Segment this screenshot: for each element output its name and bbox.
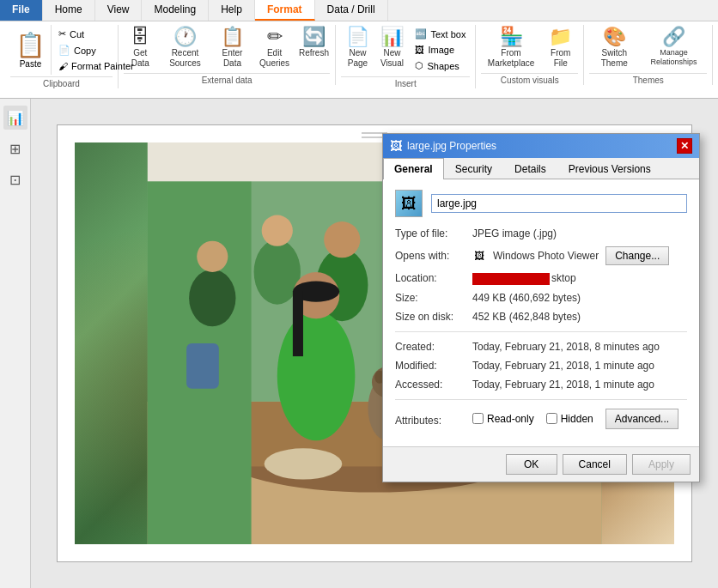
location-label: Location: (395, 272, 472, 284)
dialog-close-button[interactable]: ✕ (677, 138, 692, 154)
new-visual-icon: 📊 (380, 27, 404, 46)
dialog-footer: OK Cancel Apply (383, 446, 699, 482)
paste-button[interactable]: 📋 Paste (10, 25, 52, 75)
file-type-icon: 🖼 (395, 190, 423, 217)
tab-home[interactable]: Home (43, 0, 95, 21)
svg-point-10 (324, 221, 360, 258)
dialog-title-icon: 🖼 (390, 139, 402, 153)
type-row: Type of file: JPEG image (.jpg) (395, 227, 687, 239)
new-visual-button[interactable]: 📊 New Visual (375, 25, 408, 71)
from-marketplace-button[interactable]: 🏪 From Marketplace (481, 25, 541, 71)
refresh-button[interactable]: 🔄 Refresh (297, 25, 330, 61)
tab-format[interactable]: Format (255, 0, 315, 21)
attributes-row: Attributes: Read-only Hidden Advanced... (395, 409, 687, 429)
tab-general[interactable]: General (383, 158, 444, 179)
svg-point-25 (265, 448, 343, 479)
enter-data-icon: 📋 (221, 27, 244, 46)
switch-theme-icon: 🎨 (603, 27, 626, 46)
shapes-button[interactable]: ⬡ Shapes (411, 58, 469, 73)
ok-button[interactable]: OK (506, 454, 557, 475)
clipboard-group: 📋 Paste ✂ Cut 📄 Copy 🖌 Format Painter (5, 25, 119, 88)
get-data-button[interactable]: 🗄 Get Data (124, 25, 157, 71)
copy-icon: 📄 (58, 45, 70, 56)
tab-modeling[interactable]: Modeling (142, 0, 209, 21)
custom-visuals-label: Custom visuals (481, 73, 578, 85)
created-value: Today, February 21, 2018, 8 minutes ago (472, 341, 687, 353)
location-redacted (472, 273, 550, 285)
shapes-icon: ⬡ (415, 60, 423, 71)
themes-group: 🎨 Switch Theme 🔗 Manage Relationships Th… (584, 25, 713, 85)
sidebar-report-icon[interactable]: 📊 (3, 106, 27, 130)
get-data-icon: 🗄 (131, 27, 149, 46)
insert-group: 📄 New Page 📊 New Visual 🔤 Text box 🖼 Ima… (336, 25, 476, 88)
created-row: Created: Today, February 21, 2018, 8 min… (395, 341, 687, 353)
new-page-icon: 📄 (346, 27, 369, 46)
modified-value: Today, February 21, 2018, 1 minute ago (472, 360, 687, 372)
insert-label: Insert (341, 76, 470, 88)
dialog-tabs: General Security Details Previous Versio… (383, 158, 699, 179)
tab-security[interactable]: Security (444, 158, 503, 179)
recent-sources-button[interactable]: 🕐 Recent Sources (159, 25, 211, 71)
from-file-icon: 📁 (549, 27, 572, 46)
size-row: Size: 449 KB (460,692 bytes) (395, 292, 687, 304)
sidebar-data-icon[interactable]: ⊞ (3, 136, 27, 161)
svg-rect-14 (293, 292, 303, 356)
ribbon-tabs: File Home View Modeling Help Format Data… (0, 0, 718, 21)
sidebar-model-icon[interactable]: ⊡ (3, 167, 27, 191)
size-disk-label: Size on disk: (395, 311, 472, 323)
hidden-checkbox[interactable]: Hidden (546, 413, 593, 425)
tab-view[interactable]: View (95, 0, 143, 21)
external-data-label: External data (124, 73, 331, 85)
refresh-icon: 🔄 (302, 27, 326, 46)
attributes-label: Attributes: (395, 415, 472, 427)
svg-rect-28 (186, 343, 219, 389)
tab-help[interactable]: Help (209, 0, 255, 21)
hidden-input[interactable] (546, 413, 557, 424)
location-row: Location: sktop (395, 272, 687, 285)
switch-theme-button[interactable]: 🎨 Switch Theme (589, 25, 639, 71)
size-disk-row: Size on disk: 452 KB (462,848 bytes) (395, 311, 687, 323)
divider-2 (395, 399, 687, 400)
file-name-input[interactable] (431, 194, 687, 213)
themes-label: Themes (589, 73, 707, 85)
tab-details[interactable]: Details (503, 158, 557, 179)
enter-data-button[interactable]: 📋 Enter Data (213, 25, 252, 71)
photo-viewer-icon: 🖼 (472, 249, 486, 263)
divider-1 (395, 331, 687, 332)
location-value: sktop (472, 272, 687, 285)
edit-queries-icon: ✏ (267, 27, 283, 46)
opens-with-row: Opens with: 🖼 Windows Photo Viewer Chang… (395, 246, 687, 265)
apply-button[interactable]: Apply (632, 454, 691, 475)
edit-queries-button[interactable]: ✏ Edit Queries (253, 25, 296, 71)
dialog-titlebar: 🖼 large.jpg Properties ✕ (383, 134, 699, 158)
tab-file[interactable]: File (0, 0, 43, 21)
file-name-row: 🖼 (395, 190, 687, 217)
type-value: JPEG image (.jpg) (472, 227, 687, 239)
svg-point-5 (189, 270, 235, 326)
svg-point-6 (197, 241, 228, 272)
readonly-checkbox[interactable]: Read-only (472, 413, 534, 425)
cancel-button[interactable]: Cancel (563, 454, 627, 475)
change-button[interactable]: Change... (605, 246, 669, 265)
image-button[interactable]: 🖼 Image (411, 43, 469, 57)
size-label: Size: (395, 292, 472, 304)
properties-dialog: 🖼 large.jpg Properties ✕ General Securit… (382, 133, 700, 482)
modified-row: Modified: Today, February 21, 2018, 1 mi… (395, 360, 687, 372)
sidebar: 📊 ⊞ ⊡ (0, 99, 31, 588)
size-disk-value: 452 KB (462,848 bytes) (472, 311, 687, 323)
cut-icon: ✂ (58, 28, 66, 39)
opens-value: Windows Photo Viewer (493, 250, 599, 262)
manage-relationships-icon: 🔗 (662, 27, 685, 46)
tab-data-drill[interactable]: Data / Drill (315, 0, 388, 21)
paste-icon: 📋 (15, 31, 46, 59)
from-file-button[interactable]: 📁 From File (543, 25, 578, 71)
manage-relationships-button[interactable]: 🔗 Manage Relationships (641, 25, 707, 70)
clipboard-label: Clipboard (10, 76, 113, 88)
size-value: 449 KB (460,692 bytes) (472, 292, 687, 304)
text-box-button[interactable]: 🔤 Text box (411, 27, 469, 41)
new-page-button[interactable]: 📄 New Page (341, 25, 374, 71)
dialog-title-text: large.jpg Properties (407, 140, 496, 152)
tab-previous-versions[interactable]: Previous Versions (557, 158, 662, 179)
advanced-button[interactable]: Advanced... (605, 409, 678, 429)
readonly-input[interactable] (472, 413, 484, 424)
